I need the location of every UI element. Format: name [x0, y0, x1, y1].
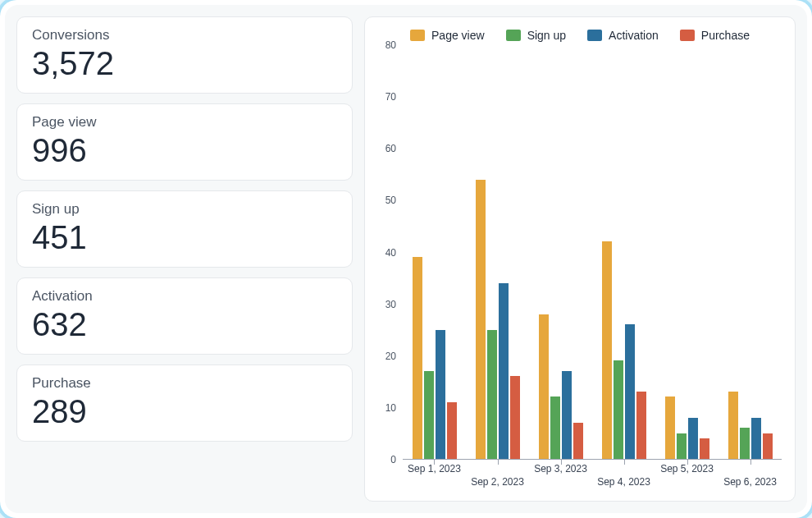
- bar-group: [413, 45, 457, 459]
- bar-page-view: [476, 180, 486, 459]
- y-tick: 10: [375, 402, 396, 414]
- bar-sign-up: [550, 397, 560, 459]
- y-axis: 01020304050607080: [375, 45, 399, 460]
- legend-item-activation: Activation: [587, 29, 659, 42]
- bar-purchase: [636, 392, 646, 459]
- y-tick: 20: [375, 351, 396, 362]
- legend-swatch: [680, 30, 695, 41]
- bar-page-view: [539, 314, 549, 459]
- bar-group: [665, 45, 709, 459]
- metric-value: 451: [32, 219, 337, 255]
- y-tick: 60: [375, 143, 396, 154]
- bar-activation: [499, 283, 509, 459]
- legend-item-page-view: Page view: [410, 29, 485, 42]
- metrics-column: Conversions 3,572 Page view 996 Sign up …: [16, 16, 353, 502]
- bar-page-view: [413, 257, 422, 459]
- bar-group: [476, 45, 520, 459]
- legend-swatch: [506, 30, 521, 41]
- metric-value: 289: [32, 393, 337, 429]
- y-tick: 0: [375, 454, 396, 465]
- bar-page-view: [728, 392, 738, 459]
- bar-purchase: [447, 402, 457, 459]
- bar-purchase: [573, 423, 583, 459]
- x-tick-mark: [498, 460, 499, 465]
- x-tick-label: Sep 5, 2023: [660, 463, 714, 474]
- bar-group: [539, 45, 583, 459]
- bar-activation: [688, 418, 698, 459]
- bar-page-view: [665, 397, 675, 459]
- bar-purchase: [700, 438, 709, 459]
- chart-card: Page view Sign up Activation Purchase 01…: [364, 16, 796, 502]
- legend-label: Sign up: [527, 29, 566, 42]
- metric-label: Purchase: [32, 375, 337, 392]
- legend-item-sign-up: Sign up: [506, 29, 566, 42]
- dashboard-panel: Conversions 3,572 Page view 996 Sign up …: [5, 5, 807, 513]
- x-tick-label: Sep 6, 2023: [723, 476, 777, 488]
- bar-activation: [625, 324, 635, 459]
- bar-page-view: [602, 241, 612, 459]
- metric-card-activation: Activation 632: [16, 277, 353, 355]
- metric-card-purchase: Purchase 289: [16, 364, 353, 442]
- metric-card-page-view: Page view 996: [16, 103, 353, 181]
- bar-purchase: [510, 376, 520, 459]
- x-tick-label: Sep 3, 2023: [534, 463, 587, 474]
- x-tick-mark: [750, 460, 751, 465]
- y-tick: 30: [375, 299, 396, 310]
- bar-sign-up: [614, 360, 623, 459]
- metric-value: 632: [32, 306, 337, 342]
- legend-swatch: [587, 30, 602, 41]
- y-tick: 40: [375, 247, 396, 259]
- bar-sign-up: [424, 371, 434, 459]
- legend-item-purchase: Purchase: [680, 29, 750, 42]
- x-tick-mark: [624, 460, 625, 465]
- x-tick-label: Sep 1, 2023: [408, 463, 461, 474]
- legend-swatch: [410, 30, 425, 41]
- x-tick-label: Sep 4, 2023: [597, 476, 650, 488]
- bar-purchase: [763, 433, 773, 460]
- legend-label: Purchase: [701, 29, 750, 42]
- y-tick: 50: [375, 195, 396, 206]
- bar-group: [728, 45, 773, 459]
- bar-activation: [751, 418, 761, 459]
- metric-value: 996: [32, 132, 337, 168]
- plot-area: [403, 45, 782, 460]
- legend-label: Page view: [431, 29, 485, 42]
- bar-sign-up: [740, 428, 750, 459]
- y-tick: 70: [375, 91, 396, 103]
- metric-label: Activation: [32, 288, 337, 305]
- metric-value: 3,572: [32, 45, 337, 81]
- metric-card-conversions: Conversions 3,572: [16, 16, 353, 94]
- bar-sign-up: [677, 433, 687, 460]
- y-tick: 80: [375, 39, 396, 51]
- legend-label: Activation: [609, 29, 659, 42]
- x-axis: Sep 1, 2023Sep 2, 2023Sep 3, 2023Sep 4, …: [403, 460, 782, 493]
- chart-area: 01020304050607080 Sep 1, 2023Sep 2, 2023…: [375, 45, 785, 493]
- metric-label: Sign up: [32, 201, 337, 218]
- bar-activation: [436, 330, 445, 460]
- bar-activation: [562, 371, 572, 459]
- metric-label: Page view: [32, 114, 337, 131]
- x-tick-label: Sep 2, 2023: [471, 476, 524, 488]
- chart-legend: Page view Sign up Activation Purchase: [375, 29, 785, 42]
- bar-group: [602, 45, 646, 459]
- metric-card-sign-up: Sign up 451: [16, 190, 353, 268]
- metric-label: Conversions: [32, 27, 337, 44]
- bar-sign-up: [487, 330, 497, 460]
